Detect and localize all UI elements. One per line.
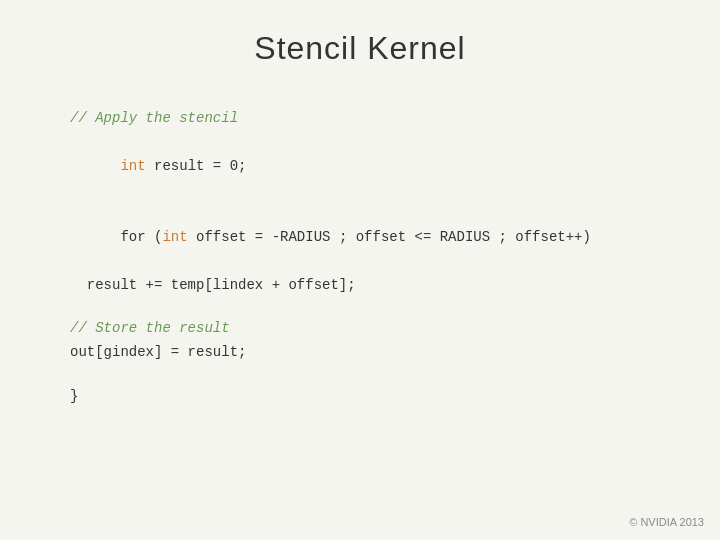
page-title: Stencil Kernel: [0, 0, 720, 87]
code-block: // Apply the stencil int result = 0; for…: [50, 97, 670, 419]
code-line-for-loop: for (int offset = -RADIUS ; offset <= RA…: [70, 202, 650, 273]
comment-store-result: // Store the result: [70, 317, 650, 341]
code-section-store: // Store the result out[gindex] = result…: [70, 317, 650, 365]
code-section-apply: // Apply the stencil int result = 0; for…: [70, 107, 650, 297]
code-line-out: out[gindex] = result;: [70, 341, 650, 365]
code-text-result-init: result = 0;: [146, 158, 247, 174]
keyword-int-2: int: [162, 229, 187, 245]
code-line-result-add: result += temp[lindex + offset];: [70, 274, 650, 298]
code-line-closing-brace: }: [70, 385, 650, 409]
code-text-for-rest: offset = -RADIUS ; offset <= RADIUS ; of…: [188, 229, 591, 245]
comment-apply-stencil: // Apply the stencil: [70, 107, 650, 131]
keyword-int-1: int: [120, 158, 145, 174]
code-text-for: for (: [120, 229, 162, 245]
footer-copyright: © NVIDIA 2013: [629, 516, 704, 528]
code-line-result-init: int result = 0;: [70, 131, 650, 202]
